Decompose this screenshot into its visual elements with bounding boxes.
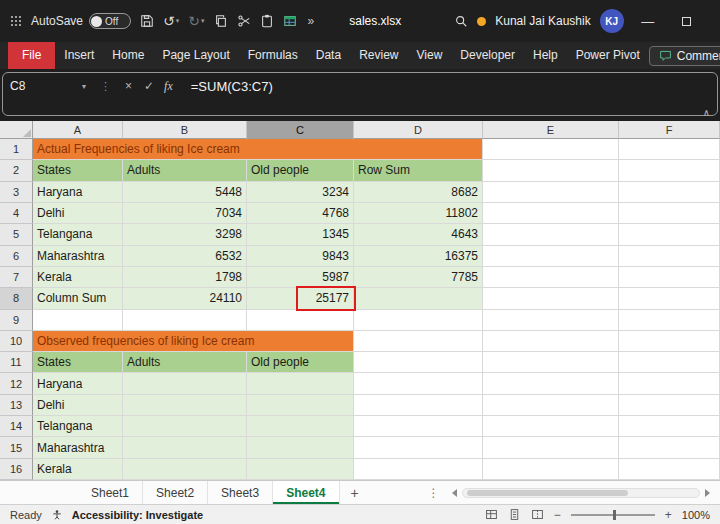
- cell-F15[interactable]: [619, 437, 720, 458]
- autosave-switch[interactable]: Off: [89, 13, 131, 29]
- cell-D12[interactable]: [354, 373, 483, 394]
- cell-F1[interactable]: [619, 139, 720, 160]
- page-break-view-icon[interactable]: [531, 508, 544, 521]
- cell-E4[interactable]: [483, 203, 619, 224]
- row-header-9[interactable]: 9: [0, 310, 33, 331]
- cell-F14[interactable]: [619, 416, 720, 437]
- cell-E1[interactable]: [483, 139, 619, 160]
- cell-B3[interactable]: 5448: [123, 182, 247, 203]
- row-header-6[interactable]: 6: [0, 246, 33, 267]
- cell-F13[interactable]: [619, 395, 720, 416]
- cell-C11[interactable]: Old people: [247, 352, 354, 373]
- row-header-10[interactable]: 10: [0, 331, 33, 352]
- column-header-E[interactable]: E: [483, 121, 619, 139]
- ribbon-tab-formulas[interactable]: Formulas: [239, 42, 307, 69]
- cell-A14[interactable]: Telangana: [33, 416, 123, 437]
- cell-F10[interactable]: [619, 331, 720, 352]
- sheet-tab-sheet2[interactable]: Sheet2: [143, 481, 208, 504]
- sheet-tab-sheet3[interactable]: Sheet3: [208, 481, 273, 504]
- cell-C3[interactable]: 3234: [247, 182, 354, 203]
- row-header-16[interactable]: 16: [0, 459, 33, 480]
- cell-E7[interactable]: [483, 267, 619, 288]
- comments-button[interactable]: Comments: [649, 46, 720, 66]
- cell-B5[interactable]: 3298: [123, 224, 247, 245]
- row-header-3[interactable]: 3: [0, 182, 33, 203]
- cell-E15[interactable]: [483, 437, 619, 458]
- normal-view-icon[interactable]: [485, 508, 498, 521]
- save-icon[interactable]: [140, 12, 154, 30]
- minimize-button[interactable]: —: [633, 0, 663, 42]
- document-title[interactable]: sales.xlsx: [349, 14, 401, 28]
- zoom-in-button[interactable]: +: [665, 508, 672, 522]
- cell-D7[interactable]: 7785: [354, 267, 483, 288]
- row-header-13[interactable]: 13: [0, 395, 33, 416]
- insert-function-icon[interactable]: fx: [164, 79, 173, 94]
- cell-E11[interactable]: [483, 352, 619, 373]
- cell-A2[interactable]: States: [33, 160, 123, 181]
- name-box[interactable]: C8 ▾: [10, 79, 90, 93]
- cell-B12[interactable]: [123, 373, 247, 394]
- cell-C13[interactable]: [247, 395, 354, 416]
- cell-F5[interactable]: [619, 224, 720, 245]
- redo-button[interactable]: ↻▾: [188, 13, 204, 29]
- cell-F4[interactable]: [619, 203, 720, 224]
- cell-E9[interactable]: [483, 310, 619, 331]
- column-header-B[interactable]: B: [123, 121, 247, 139]
- cell-C5[interactable]: 1345: [247, 224, 354, 245]
- cell-C12[interactable]: [247, 373, 354, 394]
- cell-F6[interactable]: [619, 246, 720, 267]
- column-header-A[interactable]: A: [33, 121, 123, 139]
- cell-E8[interactable]: [483, 288, 619, 309]
- cell-A10[interactable]: Observed frequencies of liking Ice cream: [33, 331, 354, 352]
- cell-A7[interactable]: Kerala: [33, 267, 123, 288]
- cell-D5[interactable]: 4643: [354, 224, 483, 245]
- close-button[interactable]: ×: [711, 0, 720, 42]
- cell-C7[interactable]: 5987: [247, 267, 354, 288]
- cell-D9[interactable]: [354, 310, 483, 331]
- cell-C2[interactable]: Old people: [247, 160, 354, 181]
- ribbon-tab-home[interactable]: Home: [103, 42, 153, 69]
- page-layout-view-icon[interactable]: [508, 508, 521, 521]
- cell-B13[interactable]: [123, 395, 247, 416]
- search-icon[interactable]: [454, 12, 468, 30]
- add-sheet-button[interactable]: +: [340, 481, 370, 504]
- cell-F12[interactable]: [619, 373, 720, 394]
- cell-C9[interactable]: [247, 310, 354, 331]
- sheet-tab-sheet1[interactable]: Sheet1: [78, 481, 143, 504]
- column-header-D[interactable]: D: [354, 121, 483, 139]
- cell-D2[interactable]: Row Sum: [354, 160, 483, 181]
- cell-B16[interactable]: [123, 459, 247, 480]
- formula-input[interactable]: =SUM(C3:C7): [191, 79, 273, 94]
- cell-A16[interactable]: Kerala: [33, 459, 123, 480]
- cell-D10[interactable]: [354, 331, 483, 352]
- cell-D8[interactable]: [354, 288, 483, 309]
- paste-icon[interactable]: [260, 12, 274, 30]
- cell-D13[interactable]: [354, 395, 483, 416]
- zoom-slider-knob[interactable]: [613, 510, 616, 520]
- cell-B6[interactable]: 6532: [123, 246, 247, 267]
- scrollbar-track[interactable]: [462, 488, 701, 498]
- ribbon-tab-page-layout[interactable]: Page Layout: [153, 42, 238, 69]
- cell-C16[interactable]: [247, 459, 354, 480]
- row-header-8[interactable]: 8: [0, 288, 33, 309]
- cell-B8[interactable]: 24110: [123, 288, 247, 309]
- cell-D15[interactable]: [354, 437, 483, 458]
- cell-B2[interactable]: Adults: [123, 160, 247, 181]
- cell-F8[interactable]: [619, 288, 720, 309]
- row-header-2[interactable]: 2: [0, 160, 33, 181]
- cut-icon[interactable]: [237, 12, 251, 30]
- app-icon[interactable]: [10, 12, 22, 30]
- cancel-entry-icon[interactable]: ×: [125, 79, 132, 93]
- row-header-15[interactable]: 15: [0, 437, 33, 458]
- cell-A8[interactable]: Column Sum: [33, 288, 123, 309]
- avatar[interactable]: KJ: [600, 9, 624, 33]
- cell-C8[interactable]: 25177: [247, 288, 354, 309]
- ribbon-tab-data[interactable]: Data: [307, 42, 350, 69]
- cell-C6[interactable]: 9843: [247, 246, 354, 267]
- ribbon-tab-review[interactable]: Review: [350, 42, 407, 69]
- accessibility-status[interactable]: Accessibility: Investigate: [72, 509, 203, 521]
- cell-A5[interactable]: Telangana: [33, 224, 123, 245]
- maximize-button[interactable]: [672, 0, 702, 42]
- cell-A9[interactable]: [33, 310, 123, 331]
- confirm-entry-icon[interactable]: ✓: [144, 79, 154, 93]
